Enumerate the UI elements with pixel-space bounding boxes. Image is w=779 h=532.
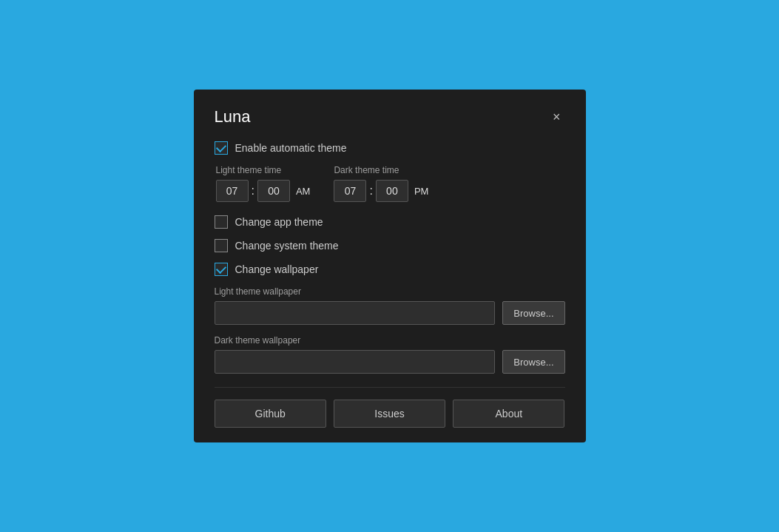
issues-button[interactable]: Issues: [334, 400, 445, 428]
wallpaper-section: Light theme wallpaper Browse... Dark the…: [215, 286, 565, 374]
title-bar: Luna ×: [215, 107, 565, 127]
github-button[interactable]: Github: [215, 400, 326, 428]
close-button[interactable]: ×: [548, 109, 565, 125]
dark-theme-time-label: Dark theme time: [334, 165, 428, 175]
enable-automatic-theme-label[interactable]: Enable automatic theme: [235, 142, 347, 154]
light-wallpaper-label: Light theme wallpaper: [215, 286, 565, 297]
dark-wallpaper-label: Dark theme wallpaper: [215, 335, 565, 346]
dark-wallpaper-input[interactable]: [215, 350, 496, 374]
change-wallpaper-label[interactable]: Change wallpaper: [235, 263, 319, 275]
dark-minute-input[interactable]: [376, 180, 408, 202]
light-wallpaper-input[interactable]: [215, 301, 496, 325]
light-hour-input[interactable]: [216, 180, 249, 202]
dark-wallpaper-row: Browse...: [215, 350, 565, 374]
light-minute-input[interactable]: [257, 180, 290, 202]
footer: Github Issues About: [215, 387, 565, 428]
light-time-colon: :: [252, 184, 254, 198]
light-period: AM: [296, 186, 311, 197]
dark-time-colon: :: [369, 184, 372, 198]
light-browse-button[interactable]: Browse...: [502, 301, 564, 325]
change-system-theme-checkbox[interactable]: [215, 239, 228, 252]
light-wallpaper-row: Browse...: [215, 301, 565, 325]
light-theme-time-label: Light theme time: [216, 165, 311, 175]
dark-period: PM: [414, 186, 429, 197]
enable-automatic-theme-row: Enable automatic theme: [215, 141, 565, 155]
luna-dialog: Luna × Enable automatic theme Light them…: [194, 90, 586, 442]
dark-time-row: : PM: [334, 180, 428, 202]
about-button[interactable]: About: [453, 400, 564, 428]
dark-theme-time-group: Dark theme time : PM: [334, 165, 428, 202]
change-system-theme-label[interactable]: Change system theme: [235, 240, 339, 252]
light-theme-time-group: Light theme time : AM: [216, 165, 311, 202]
enable-automatic-theme-checkbox[interactable]: [215, 141, 228, 155]
dark-hour-input[interactable]: [334, 180, 366, 202]
light-time-row: : AM: [216, 180, 311, 202]
dark-browse-button[interactable]: Browse...: [502, 350, 564, 374]
change-app-theme-checkbox[interactable]: [215, 215, 228, 229]
dialog-title: Luna: [215, 107, 251, 127]
time-section: Light theme time : AM Dark theme time : …: [216, 165, 565, 202]
change-wallpaper-row: Change wallpaper: [215, 263, 565, 276]
change-system-theme-row: Change system theme: [215, 239, 565, 252]
change-app-theme-row: Change app theme: [215, 215, 565, 229]
change-wallpaper-checkbox[interactable]: [215, 263, 228, 276]
change-app-theme-label[interactable]: Change app theme: [235, 216, 323, 228]
